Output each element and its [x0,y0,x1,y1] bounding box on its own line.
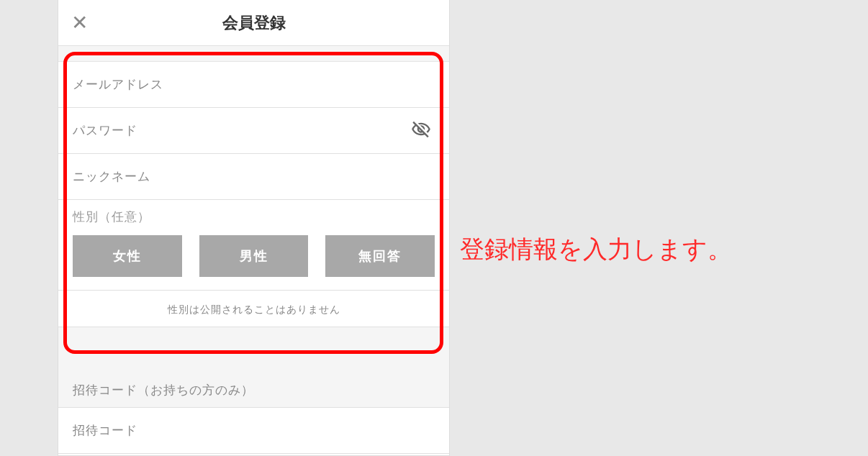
gender-noanswer-button[interactable]: 無回答 [325,235,435,277]
close-icon[interactable]: ✕ [71,11,88,35]
password-field[interactable] [73,124,435,138]
instruction-panel: 登録情報を入力します。 [450,0,868,456]
gender-section: 性別（任意） 女性 男性 無回答 [58,200,449,291]
divider [58,327,449,370]
modal-title: 会員登録 [58,12,449,34]
email-row [58,62,449,108]
toggle-password-visibility-icon[interactable] [411,119,431,142]
nickname-row [58,154,449,200]
divider [58,46,449,62]
registration-form-panel: ✕ 会員登録 性別（任意） 女性 [58,0,450,456]
modal-header: ✕ 会員登録 [58,0,449,46]
invite-code-row [58,408,449,454]
invite-code-field[interactable] [73,424,435,438]
gender-privacy-note: 性別は公開されることはありません [58,291,449,327]
gender-button-group: 女性 男性 無回答 [73,235,435,277]
invite-section-header: 招待コード（お持ちの方のみ） [58,370,449,408]
gender-female-button[interactable]: 女性 [73,235,182,277]
instruction-text: 登録情報を入力します。 [460,233,732,266]
password-row [58,108,449,154]
nickname-field[interactable] [73,170,435,184]
gender-label: 性別（任意） [73,209,435,225]
gender-male-button[interactable]: 男性 [199,235,309,277]
email-field[interactable] [73,78,435,92]
